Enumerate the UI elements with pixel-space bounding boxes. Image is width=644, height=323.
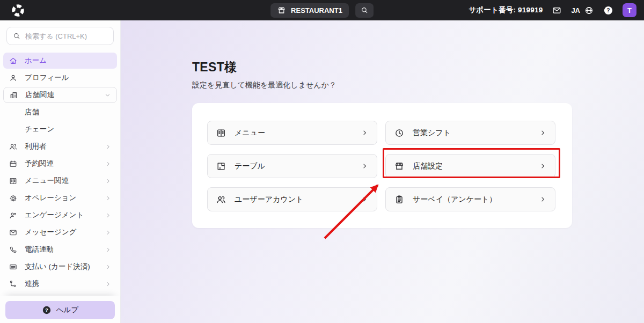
svg-text:?: ? xyxy=(45,307,48,313)
restaurant-name: RESTAURANT1 xyxy=(291,6,342,14)
help-icon[interactable]: ? xyxy=(603,5,613,16)
page-subtitle: 設定を見直して機能を最適化しませんか？ xyxy=(192,80,644,90)
sidebar: ホームプロフィール店舗関連店舗チェーン利用者予約関連メニュー関連オペレーションエ… xyxy=(0,20,121,323)
sidebar-item-label: 予約関連 xyxy=(25,159,105,168)
sidebar-item-payment[interactable]: 支払い (カード決済) xyxy=(3,259,117,275)
chevron-right-icon xyxy=(539,162,547,170)
tile-label: サーベイ（アンケート） xyxy=(413,195,496,204)
main-content: TEST様 設定を見直して機能を最適化しませんか？ メニュー営業シフトテーブル店… xyxy=(121,20,644,323)
sidebar-item-phone-integration[interactable]: 電話連動 xyxy=(3,241,117,258)
sidebar-item-menu-related[interactable]: メニュー関連 xyxy=(3,173,117,189)
chevron-right-icon xyxy=(539,195,547,203)
page: RESTAURANT1 サポート番号: 919919 JA ? T ホームプロフ… xyxy=(0,0,644,323)
clipboard-icon xyxy=(394,194,405,205)
chevron-right-icon xyxy=(105,263,112,270)
topbar-center: RESTAURANT1 xyxy=(270,3,374,18)
users-icon xyxy=(9,142,18,151)
tile-store-settings[interactable]: 店舗設定 xyxy=(385,154,555,178)
tile-business-shift[interactable]: 営業シフト xyxy=(385,121,555,145)
menu-book-icon xyxy=(9,177,18,186)
phone-icon xyxy=(9,245,18,254)
sidebar-item-label: 電話連動 xyxy=(25,245,105,254)
tile-user-account[interactable]: ユーザーアカウント xyxy=(207,187,377,211)
sidebar-footer: ? ヘルプ xyxy=(0,296,120,323)
menu-book-icon xyxy=(216,128,226,138)
sidebar-item-label: メニュー関連 xyxy=(25,176,105,186)
sidebar-item-store[interactable]: 店舗 xyxy=(3,104,117,120)
search-icon xyxy=(360,6,369,14)
language-label: JA xyxy=(571,6,580,14)
sidebar-item-label: 支払い (カード決済) xyxy=(25,262,105,271)
chevron-right-icon xyxy=(361,162,369,170)
tile-table[interactable]: テーブル xyxy=(207,154,377,178)
chevron-right-icon xyxy=(105,229,112,236)
chevron-right-icon xyxy=(105,160,112,167)
user-avatar[interactable]: T xyxy=(623,3,636,17)
search-icon xyxy=(12,32,21,40)
svg-text:?: ? xyxy=(606,8,610,13)
topbar-right: サポート番号: 919919 JA ? T xyxy=(469,3,636,17)
restaurant-selector-button[interactable]: RESTAURANT1 xyxy=(270,3,349,18)
storefront-icon xyxy=(394,161,405,172)
sidebar-item-label: エンゲージメント xyxy=(25,210,105,220)
building-icon xyxy=(9,91,18,100)
language-switcher[interactable]: JA xyxy=(571,5,594,16)
chevron-right-icon xyxy=(105,212,112,219)
topbar-search-button[interactable] xyxy=(355,3,374,18)
chevron-right-icon xyxy=(105,178,112,185)
tile-label: 営業シフト xyxy=(413,128,451,138)
tile-label: 店舗設定 xyxy=(413,162,443,171)
tile-grid: メニュー営業シフトテーブル店舗設定ユーザーアカウントサーベイ（アンケート） xyxy=(207,121,557,211)
integration-icon xyxy=(9,280,18,289)
sidebar-item-label: チェーン xyxy=(25,124,112,134)
mail-icon xyxy=(9,228,18,237)
chevron-down-icon xyxy=(104,92,111,99)
sidebar-item-label: メッセージング xyxy=(25,227,105,237)
sidebar-item-operation[interactable]: オペレーション xyxy=(3,190,117,206)
sidebar-item-messaging[interactable]: メッセージング xyxy=(3,224,117,240)
sidebar-item-label: 店舗 xyxy=(25,107,112,117)
tile-label: ユーザーアカウント xyxy=(235,195,303,204)
app-logo-icon xyxy=(11,3,25,18)
clock-icon xyxy=(394,128,405,138)
sidebar-item-label: 店舗関連 xyxy=(25,90,104,100)
help-button[interactable]: ? ヘルプ xyxy=(5,301,115,319)
users-icon xyxy=(216,194,226,205)
credit-card-icon xyxy=(9,262,18,271)
chevron-right-icon xyxy=(539,129,547,137)
sidebar-item-label: プロフィール xyxy=(25,73,112,83)
gear-icon xyxy=(9,194,18,203)
sidebar-item-chain[interactable]: チェーン xyxy=(3,121,117,137)
home-icon xyxy=(9,56,18,65)
storefront-icon xyxy=(277,6,286,15)
sidebar-item-engagement[interactable]: エンゲージメント xyxy=(3,207,117,223)
chevron-right-icon xyxy=(105,246,112,253)
sidebar-nav: ホームプロフィール店舗関連店舗チェーン利用者予約関連メニュー関連オペレーションエ… xyxy=(0,52,120,296)
person-heart-icon xyxy=(9,211,18,220)
question-icon: ? xyxy=(42,305,52,315)
sidebar-item-profile[interactable]: プロフィール xyxy=(3,70,117,86)
person-icon xyxy=(9,74,18,83)
sidebar-search[interactable] xyxy=(6,27,114,45)
chevron-right-icon xyxy=(361,129,369,137)
calendar-icon xyxy=(9,159,18,168)
sidebar-item-users[interactable]: 利用者 xyxy=(3,138,117,155)
quick-settings-card: メニュー営業シフトテーブル店舗設定ユーザーアカウントサーベイ（アンケート） xyxy=(192,103,572,228)
sidebar-search-input[interactable] xyxy=(25,32,108,40)
tile-survey[interactable]: サーベイ（アンケート） xyxy=(385,187,555,211)
sidebar-item-reservations[interactable]: 予約関連 xyxy=(3,156,117,172)
sidebar-item-home[interactable]: ホーム xyxy=(3,53,117,69)
sidebar-item-integration[interactable]: 連携 xyxy=(3,276,117,292)
tile-label: テーブル xyxy=(235,162,265,171)
chevron-right-icon xyxy=(361,195,369,203)
topbar: RESTAURANT1 サポート番号: 919919 JA ? T xyxy=(0,0,644,20)
globe-icon xyxy=(584,5,594,16)
tile-label: メニュー xyxy=(235,128,265,138)
page-title: TEST様 xyxy=(192,59,644,76)
mail-icon[interactable] xyxy=(552,5,562,16)
support-number-label: サポート番号: 919919 xyxy=(469,5,543,15)
sidebar-item-label: 連携 xyxy=(25,279,105,289)
chevron-right-icon xyxy=(105,143,112,150)
tile-menu[interactable]: メニュー xyxy=(207,121,377,145)
sidebar-item-store-related[interactable]: 店舗関連 xyxy=(3,87,117,103)
